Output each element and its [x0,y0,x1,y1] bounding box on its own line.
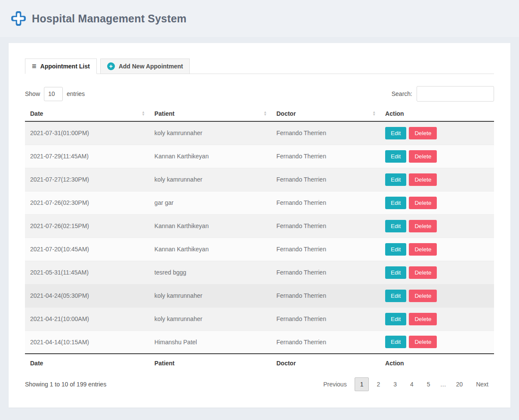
edit-button[interactable]: Edit [385,336,406,348]
delete-button[interactable]: Delete [409,336,437,348]
patient-cell: Kannan Karthikeyan [149,238,271,261]
patient-cell: Himanshu Patel [149,330,271,354]
search-label: Search: [392,90,412,97]
plus-circle-icon: + [107,62,115,70]
action-cell: EditDelete [380,121,494,145]
action-cell: EditDelete [380,330,494,354]
delete-button[interactable]: Delete [409,150,437,163]
doctor-cell: Fernando Therrien [271,307,380,330]
delete-button[interactable]: Delete [409,290,437,302]
column-header-action: Action [380,106,494,121]
date-cell: 2021-07-26(02:30PM) [25,191,149,214]
edit-button[interactable]: Edit [385,243,406,256]
date-cell: 2021-07-20(10:45AM) [25,238,149,261]
date-cell: 2021-04-21(10:00AM) [25,307,149,330]
column-header-doctor[interactable]: Doctor▲▼ [271,106,380,121]
pagination-page-5[interactable]: 5 [421,377,436,391]
edit-button[interactable]: Edit [385,313,406,325]
content-card: ≡ Appointment List + Add New Appointment… [9,43,510,408]
table-row: 2021-04-24(05:30PM)koly kamrunnaherFerna… [25,284,494,307]
edit-button[interactable]: Edit [385,127,406,139]
delete-button[interactable]: Delete [409,313,437,325]
delete-button[interactable]: Delete [409,173,437,186]
edit-button[interactable]: Edit [385,290,406,302]
table-row: 2021-07-26(02:30PM)gar garFernando Therr… [25,191,494,214]
date-cell: 2021-04-14(10:15AM) [25,330,149,354]
doctor-cell: Fernando Therrien [271,214,380,238]
doctor-cell: Fernando Therrien [271,168,380,191]
sort-icon: ▲▼ [372,111,376,116]
appointments-table: Date▲▼Patient▲▼Doctor▲▼Action 2021-07-31… [25,106,494,372]
footer-column-action: Action [380,354,494,372]
pagination-page-4[interactable]: 4 [405,377,419,391]
list-icon: ≡ [32,62,37,70]
entries-label: entries [67,90,85,97]
action-cell: EditDelete [380,214,494,238]
doctor-cell: Fernando Therrien [271,191,380,214]
pagination-next[interactable]: Next [470,377,494,391]
edit-button[interactable]: Edit [385,150,406,163]
edit-button[interactable]: Edit [385,197,406,209]
delete-button[interactable]: Delete [409,197,437,209]
footer-column-doctor: Doctor [271,354,380,372]
patient-cell: koly kamrunnaher [149,284,271,307]
pagination-page-2[interactable]: 2 [371,377,386,391]
hospital-logo-icon [10,10,27,27]
patient-cell: gar gar [149,191,271,214]
doctor-cell: Fernando Therrien [271,238,380,261]
patient-cell: Kannan Karthikeyan [149,145,271,168]
column-header-label: Date [30,110,43,117]
patient-cell: Kannan Karthikeyan [149,214,271,238]
doctor-cell: Fernando Therrien [271,261,380,284]
action-cell: EditDelete [380,284,494,307]
delete-button[interactable]: Delete [409,243,437,256]
delete-button[interactable]: Delete [409,127,437,139]
date-cell: 2021-07-29(11:45AM) [25,145,149,168]
action-cell: EditDelete [380,168,494,191]
table-row: 2021-05-31(11:45AM)tesred bgggFernando T… [25,261,494,284]
table-row: 2021-04-21(10:00AM)koly kamrunnaherFerna… [25,307,494,330]
delete-button[interactable]: Delete [409,266,437,279]
footer-column-patient: Patient [149,354,271,372]
edit-button[interactable]: Edit [385,173,406,186]
edit-button[interactable]: Edit [385,266,406,279]
pagination-page-3[interactable]: 3 [388,377,402,391]
action-cell: EditDelete [380,261,494,284]
doctor-cell: Fernando Therrien [271,145,380,168]
search-input[interactable] [417,86,494,102]
tab-appointment-list[interactable]: ≡ Appointment List [25,59,97,74]
table-controls: Show 10 entries Search: [25,86,494,102]
pagination-page-20[interactable]: 20 [451,377,469,391]
sort-icon: ▲▼ [142,111,145,116]
date-cell: 2021-07-27(12:30PM) [25,168,149,191]
patient-cell: koly kamrunnaher [149,307,271,330]
table-body: 2021-07-31(01:00PM)koly kamrunnaherFerna… [25,121,494,354]
pagination-page-1[interactable]: 1 [355,377,369,391]
tab-bar: ≡ Appointment List + Add New Appointment [25,59,494,74]
table-header-row: Date▲▼Patient▲▼Doctor▲▼Action [25,106,494,121]
doctor-cell: Fernando Therrien [271,121,380,145]
pagination-previous[interactable]: Previous [318,377,352,391]
column-header-date[interactable]: Date▲▼ [25,106,149,121]
date-cell: 2021-05-31(11:45AM) [25,261,149,284]
app-title: Hospital Management System [32,12,186,25]
pagination-ellipsis: … [438,377,448,391]
table-row: 2021-07-27(12:30PM)koly kamrunnaherFerna… [25,168,494,191]
action-cell: EditDelete [380,191,494,214]
entries-select[interactable]: 10 [44,87,63,101]
date-cell: 2021-04-24(05:30PM) [25,284,149,307]
edit-button[interactable]: Edit [385,220,406,232]
table-row: 2021-07-20(10:45AM)Kannan KarthikeyanFer… [25,238,494,261]
tab-add-new-appointment[interactable]: + Add New Appointment [100,59,190,74]
table-row: 2021-07-29(11:45AM)Kannan KarthikeyanFer… [25,145,494,168]
date-cell: 2021-07-26(02:15PM) [25,214,149,238]
showing-entries-text: Showing 1 to 10 of 199 entries [25,381,106,388]
action-cell: EditDelete [380,307,494,330]
doctor-cell: Fernando Therrien [271,284,380,307]
doctor-cell: Fernando Therrien [271,330,380,354]
show-label: Show [25,90,40,97]
table-row: 2021-07-31(01:00PM)koly kamrunnaherFerna… [25,121,494,145]
search-control: Search: [392,86,494,102]
delete-button[interactable]: Delete [409,220,437,232]
column-header-patient[interactable]: Patient▲▼ [149,106,271,121]
